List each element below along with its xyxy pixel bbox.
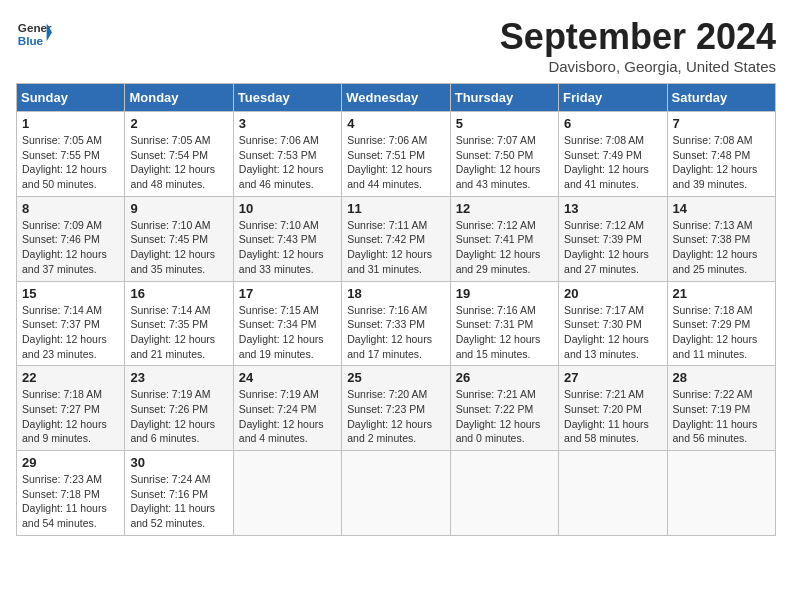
day-number: 13 — [564, 201, 661, 216]
day-number: 17 — [239, 286, 336, 301]
calendar-cell: 16Sunrise: 7:14 AMSunset: 7:35 PMDayligh… — [125, 281, 233, 366]
day-info: Sunrise: 7:08 AMSunset: 7:48 PMDaylight:… — [673, 133, 770, 192]
day-number: 27 — [564, 370, 661, 385]
weekday-header-row: SundayMondayTuesdayWednesdayThursdayFrid… — [17, 84, 776, 112]
day-number: 20 — [564, 286, 661, 301]
calendar-cell: 22Sunrise: 7:18 AMSunset: 7:27 PMDayligh… — [17, 366, 125, 451]
location-subtitle: Davisboro, Georgia, United States — [500, 58, 776, 75]
calendar-week-row: 8Sunrise: 7:09 AMSunset: 7:46 PMDaylight… — [17, 196, 776, 281]
calendar-cell: 2Sunrise: 7:05 AMSunset: 7:54 PMDaylight… — [125, 112, 233, 197]
day-info: Sunrise: 7:17 AMSunset: 7:30 PMDaylight:… — [564, 303, 661, 362]
day-info: Sunrise: 7:10 AMSunset: 7:45 PMDaylight:… — [130, 218, 227, 277]
day-info: Sunrise: 7:06 AMSunset: 7:53 PMDaylight:… — [239, 133, 336, 192]
calendar-cell: 8Sunrise: 7:09 AMSunset: 7:46 PMDaylight… — [17, 196, 125, 281]
calendar-cell: 4Sunrise: 7:06 AMSunset: 7:51 PMDaylight… — [342, 112, 450, 197]
day-number: 19 — [456, 286, 553, 301]
day-info: Sunrise: 7:16 AMSunset: 7:33 PMDaylight:… — [347, 303, 444, 362]
calendar-table: SundayMondayTuesdayWednesdayThursdayFrid… — [16, 83, 776, 536]
day-info: Sunrise: 7:08 AMSunset: 7:49 PMDaylight:… — [564, 133, 661, 192]
day-info: Sunrise: 7:22 AMSunset: 7:19 PMDaylight:… — [673, 387, 770, 446]
calendar-week-row: 1Sunrise: 7:05 AMSunset: 7:55 PMDaylight… — [17, 112, 776, 197]
calendar-cell: 19Sunrise: 7:16 AMSunset: 7:31 PMDayligh… — [450, 281, 558, 366]
day-number: 16 — [130, 286, 227, 301]
calendar-cell: 27Sunrise: 7:21 AMSunset: 7:20 PMDayligh… — [559, 366, 667, 451]
day-info: Sunrise: 7:18 AMSunset: 7:27 PMDaylight:… — [22, 387, 119, 446]
calendar-cell: 10Sunrise: 7:10 AMSunset: 7:43 PMDayligh… — [233, 196, 341, 281]
day-info: Sunrise: 7:07 AMSunset: 7:50 PMDaylight:… — [456, 133, 553, 192]
calendar-week-row: 15Sunrise: 7:14 AMSunset: 7:37 PMDayligh… — [17, 281, 776, 366]
day-info: Sunrise: 7:14 AMSunset: 7:37 PMDaylight:… — [22, 303, 119, 362]
day-info: Sunrise: 7:18 AMSunset: 7:29 PMDaylight:… — [673, 303, 770, 362]
day-info: Sunrise: 7:23 AMSunset: 7:18 PMDaylight:… — [22, 472, 119, 531]
calendar-cell: 14Sunrise: 7:13 AMSunset: 7:38 PMDayligh… — [667, 196, 775, 281]
calendar-cell — [450, 451, 558, 536]
day-info: Sunrise: 7:11 AMSunset: 7:42 PMDaylight:… — [347, 218, 444, 277]
day-number: 21 — [673, 286, 770, 301]
calendar-cell: 26Sunrise: 7:21 AMSunset: 7:22 PMDayligh… — [450, 366, 558, 451]
title-area: September 2024 Davisboro, Georgia, Unite… — [500, 16, 776, 75]
weekday-header-cell: Thursday — [450, 84, 558, 112]
weekday-header-cell: Wednesday — [342, 84, 450, 112]
calendar-cell: 9Sunrise: 7:10 AMSunset: 7:45 PMDaylight… — [125, 196, 233, 281]
calendar-cell: 1Sunrise: 7:05 AMSunset: 7:55 PMDaylight… — [17, 112, 125, 197]
day-number: 15 — [22, 286, 119, 301]
day-number: 4 — [347, 116, 444, 131]
calendar-cell: 11Sunrise: 7:11 AMSunset: 7:42 PMDayligh… — [342, 196, 450, 281]
logo: General Blue — [16, 16, 52, 52]
calendar-cell: 29Sunrise: 7:23 AMSunset: 7:18 PMDayligh… — [17, 451, 125, 536]
day-info: Sunrise: 7:10 AMSunset: 7:43 PMDaylight:… — [239, 218, 336, 277]
calendar-cell: 24Sunrise: 7:19 AMSunset: 7:24 PMDayligh… — [233, 366, 341, 451]
day-info: Sunrise: 7:12 AMSunset: 7:41 PMDaylight:… — [456, 218, 553, 277]
day-info: Sunrise: 7:19 AMSunset: 7:24 PMDaylight:… — [239, 387, 336, 446]
day-number: 14 — [673, 201, 770, 216]
day-info: Sunrise: 7:15 AMSunset: 7:34 PMDaylight:… — [239, 303, 336, 362]
calendar-cell: 23Sunrise: 7:19 AMSunset: 7:26 PMDayligh… — [125, 366, 233, 451]
day-number: 22 — [22, 370, 119, 385]
day-info: Sunrise: 7:09 AMSunset: 7:46 PMDaylight:… — [22, 218, 119, 277]
weekday-header-cell: Sunday — [17, 84, 125, 112]
page-header: General Blue September 2024 Davisboro, G… — [16, 16, 776, 75]
day-info: Sunrise: 7:14 AMSunset: 7:35 PMDaylight:… — [130, 303, 227, 362]
day-info: Sunrise: 7:05 AMSunset: 7:55 PMDaylight:… — [22, 133, 119, 192]
day-number: 10 — [239, 201, 336, 216]
weekday-header-cell: Saturday — [667, 84, 775, 112]
day-info: Sunrise: 7:13 AMSunset: 7:38 PMDaylight:… — [673, 218, 770, 277]
day-number: 18 — [347, 286, 444, 301]
day-info: Sunrise: 7:24 AMSunset: 7:16 PMDaylight:… — [130, 472, 227, 531]
day-number: 8 — [22, 201, 119, 216]
day-number: 6 — [564, 116, 661, 131]
day-number: 23 — [130, 370, 227, 385]
calendar-cell — [559, 451, 667, 536]
calendar-week-row: 22Sunrise: 7:18 AMSunset: 7:27 PMDayligh… — [17, 366, 776, 451]
day-info: Sunrise: 7:20 AMSunset: 7:23 PMDaylight:… — [347, 387, 444, 446]
day-number: 9 — [130, 201, 227, 216]
calendar-cell: 30Sunrise: 7:24 AMSunset: 7:16 PMDayligh… — [125, 451, 233, 536]
day-number: 30 — [130, 455, 227, 470]
weekday-header-cell: Friday — [559, 84, 667, 112]
calendar-cell: 7Sunrise: 7:08 AMSunset: 7:48 PMDaylight… — [667, 112, 775, 197]
day-info: Sunrise: 7:21 AMSunset: 7:22 PMDaylight:… — [456, 387, 553, 446]
calendar-cell: 25Sunrise: 7:20 AMSunset: 7:23 PMDayligh… — [342, 366, 450, 451]
day-number: 11 — [347, 201, 444, 216]
calendar-cell: 18Sunrise: 7:16 AMSunset: 7:33 PMDayligh… — [342, 281, 450, 366]
calendar-body: 1Sunrise: 7:05 AMSunset: 7:55 PMDaylight… — [17, 112, 776, 536]
month-title: September 2024 — [500, 16, 776, 58]
day-info: Sunrise: 7:06 AMSunset: 7:51 PMDaylight:… — [347, 133, 444, 192]
day-info: Sunrise: 7:05 AMSunset: 7:54 PMDaylight:… — [130, 133, 227, 192]
calendar-cell: 3Sunrise: 7:06 AMSunset: 7:53 PMDaylight… — [233, 112, 341, 197]
day-number: 7 — [673, 116, 770, 131]
calendar-week-row: 29Sunrise: 7:23 AMSunset: 7:18 PMDayligh… — [17, 451, 776, 536]
calendar-cell: 12Sunrise: 7:12 AMSunset: 7:41 PMDayligh… — [450, 196, 558, 281]
svg-text:Blue: Blue — [18, 34, 44, 47]
logo-icon: General Blue — [16, 16, 52, 52]
calendar-cell: 20Sunrise: 7:17 AMSunset: 7:30 PMDayligh… — [559, 281, 667, 366]
day-number: 3 — [239, 116, 336, 131]
day-info: Sunrise: 7:12 AMSunset: 7:39 PMDaylight:… — [564, 218, 661, 277]
day-number: 29 — [22, 455, 119, 470]
day-number: 24 — [239, 370, 336, 385]
day-number: 2 — [130, 116, 227, 131]
day-number: 25 — [347, 370, 444, 385]
weekday-header-cell: Tuesday — [233, 84, 341, 112]
day-number: 1 — [22, 116, 119, 131]
calendar-cell: 15Sunrise: 7:14 AMSunset: 7:37 PMDayligh… — [17, 281, 125, 366]
